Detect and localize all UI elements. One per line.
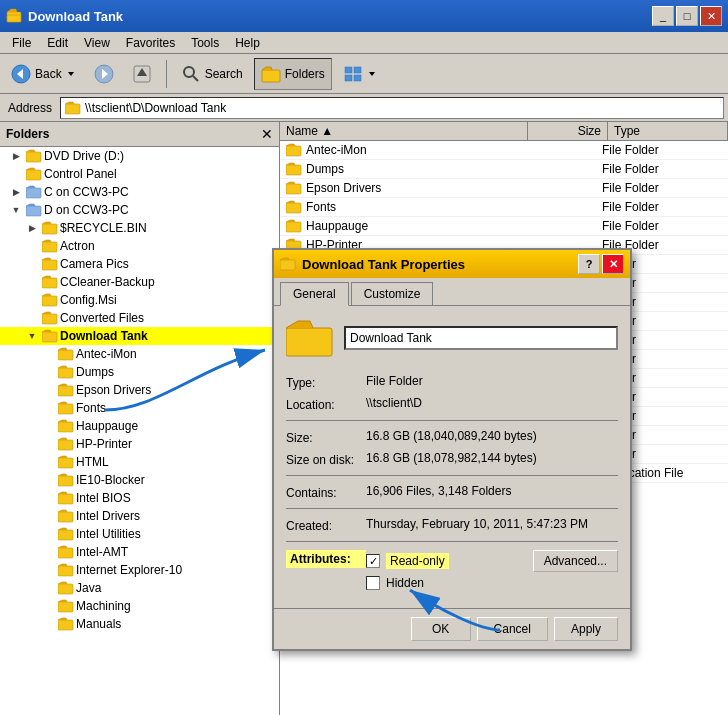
sidebar-item-hpprinter[interactable]: HP-Printer bbox=[0, 435, 279, 453]
menu-item-favorites[interactable]: Favorites bbox=[118, 34, 183, 52]
sidebar-item-camerapics[interactable]: Camera Pics bbox=[0, 255, 279, 273]
col-header-size[interactable]: Size bbox=[528, 122, 608, 140]
sidebar-label-fonts: Fonts bbox=[76, 401, 106, 415]
minimize-button[interactable]: _ bbox=[652, 6, 674, 26]
menu-item-tools[interactable]: Tools bbox=[183, 34, 227, 52]
svg-marker-4 bbox=[68, 72, 74, 76]
sidebar-label-intelutil: Intel Utilities bbox=[76, 527, 141, 541]
dialog-close-button[interactable]: ✕ bbox=[602, 254, 624, 274]
file-row-2[interactable]: Dumps File Folder bbox=[280, 160, 728, 179]
file-icon-2 bbox=[286, 161, 302, 177]
sidebar-item-actron[interactable]: Actron bbox=[0, 237, 279, 255]
svg-rect-1 bbox=[7, 15, 21, 22]
sidebar-item-dumps[interactable]: Dumps bbox=[0, 363, 279, 381]
folders-label: Folders bbox=[285, 67, 325, 81]
dialog-ok-button[interactable]: OK bbox=[411, 617, 471, 641]
sidebar-item-ie10-2[interactable]: Internet Explorer-10 bbox=[0, 561, 279, 579]
sidebar-item-downloadtank[interactable]: ▼ Download Tank bbox=[0, 327, 279, 345]
sidebar-item-antec[interactable]: Antec-iMon bbox=[0, 345, 279, 363]
folder-icon-actron bbox=[42, 238, 58, 254]
sidebar-item-manuals[interactable]: Manuals bbox=[0, 615, 279, 633]
dialog-apply-button[interactable]: Apply bbox=[554, 617, 618, 641]
back-button[interactable]: Back bbox=[4, 58, 83, 90]
file-type-1: File Folder bbox=[602, 143, 722, 157]
dialog-location-value: \\tsclient\D bbox=[366, 396, 618, 410]
menu-item-file[interactable]: File bbox=[4, 34, 39, 52]
sidebar-item-inteldrivers[interactable]: Intel Drivers bbox=[0, 507, 279, 525]
sidebar-item-convertedfiles[interactable]: Converted Files bbox=[0, 309, 279, 327]
dialog-body: Type: File Folder Location: \\tsclient\D… bbox=[274, 306, 630, 608]
dialog-tab-general[interactable]: General bbox=[280, 282, 349, 306]
file-row-1[interactable]: Antec-iMon File Folder bbox=[280, 141, 728, 160]
sidebar-label-hpprinter: HP-Printer bbox=[76, 437, 132, 451]
menu-item-edit[interactable]: Edit bbox=[39, 34, 76, 52]
sidebar-item-hauppauge[interactable]: Hauppauge bbox=[0, 417, 279, 435]
menu-item-help[interactable]: Help bbox=[227, 34, 268, 52]
dialog-type-row: Type: File Folder bbox=[286, 374, 618, 390]
expander-recycle[interactable]: ▶ bbox=[24, 220, 40, 236]
menu-item-view[interactable]: View bbox=[76, 34, 118, 52]
expander-dvd[interactable]: ▶ bbox=[8, 148, 24, 164]
dialog-tabs: General Customize bbox=[274, 278, 630, 306]
close-button[interactable]: ✕ bbox=[700, 6, 722, 26]
dialog-sizeondisk-label: Size on disk: bbox=[286, 451, 366, 467]
sidebar-item-machining[interactable]: Machining bbox=[0, 597, 279, 615]
file-icon-4 bbox=[286, 199, 302, 215]
dialog-help-button[interactable]: ? bbox=[578, 254, 600, 274]
file-row-3[interactable]: Epson Drivers File Folder bbox=[280, 179, 728, 198]
sidebar-item-intelutil[interactable]: Intel Utilities bbox=[0, 525, 279, 543]
file-name-1: Antec-iMon bbox=[306, 143, 522, 157]
dialog-attributes-label: Attributes: bbox=[286, 550, 366, 568]
sidebar-item-intelamt[interactable]: Intel-AMT bbox=[0, 543, 279, 561]
col-header-name[interactable]: Name ▲ bbox=[280, 122, 528, 140]
maximize-button[interactable]: □ bbox=[676, 6, 698, 26]
svg-rect-19 bbox=[26, 170, 41, 180]
expander-c[interactable]: ▶ bbox=[8, 184, 24, 200]
address-input[interactable]: \\tsclient\D\Download Tank bbox=[60, 97, 724, 119]
views-dropdown-icon[interactable] bbox=[367, 66, 377, 82]
dialog-advanced-button[interactable]: Advanced... bbox=[533, 550, 618, 572]
sidebar-item-intelbios[interactable]: Intel BIOS bbox=[0, 489, 279, 507]
file-row-5[interactable]: Hauppauge File Folder bbox=[280, 217, 728, 236]
svg-rect-28 bbox=[42, 332, 57, 342]
sidebar-close-button[interactable]: ✕ bbox=[261, 126, 273, 142]
dialog-size-value: 16.8 GB (18,040,089,240 bytes) bbox=[366, 429, 618, 443]
views-button[interactable] bbox=[336, 58, 384, 90]
sidebar-label-dvd: DVD Drive (D:) bbox=[44, 149, 124, 163]
dialog-readonly-checkbox[interactable] bbox=[366, 554, 380, 568]
sidebar-content[interactable]: ▶ DVD Drive (D:) Control Panel ▶ bbox=[0, 147, 279, 715]
address-path: \\tsclient\D\Download Tank bbox=[85, 101, 226, 115]
sidebar-item-epson[interactable]: Epson Drivers bbox=[0, 381, 279, 399]
sidebar-item-ie10[interactable]: IE10-Blocker bbox=[0, 471, 279, 489]
sidebar-item-d-drive[interactable]: ▼ D on CCW3-PC bbox=[0, 201, 279, 219]
expander-d[interactable]: ▼ bbox=[8, 202, 24, 218]
sidebar-item-ccleaner[interactable]: CCleaner-Backup bbox=[0, 273, 279, 291]
sidebar-item-c-drive[interactable]: ▶ C on CCW3-PC bbox=[0, 183, 279, 201]
sidebar-item-dvd[interactable]: ▶ DVD Drive (D:) bbox=[0, 147, 279, 165]
dialog-cancel-button[interactable]: Cancel bbox=[477, 617, 548, 641]
dialog-tab-customize[interactable]: Customize bbox=[351, 282, 434, 305]
dialog-name-input[interactable] bbox=[344, 326, 618, 350]
file-type-2: File Folder bbox=[602, 162, 722, 176]
up-button[interactable] bbox=[125, 58, 159, 90]
col-header-type[interactable]: Type bbox=[608, 122, 728, 140]
dialog-hidden-checkbox[interactable] bbox=[366, 576, 380, 590]
sidebar-item-java[interactable]: Java bbox=[0, 579, 279, 597]
expander-dt[interactable]: ▼ bbox=[24, 328, 40, 344]
sidebar-item-html[interactable]: HTML bbox=[0, 453, 279, 471]
folders-button[interactable]: Folders bbox=[254, 58, 332, 90]
back-dropdown-icon[interactable] bbox=[66, 66, 76, 82]
file-row-4[interactable]: Fonts File Folder bbox=[280, 198, 728, 217]
search-button[interactable]: Search bbox=[174, 58, 250, 90]
folder-icon-hauppauge bbox=[58, 418, 74, 434]
sidebar-item-controlpanel[interactable]: Control Panel bbox=[0, 165, 279, 183]
svg-rect-23 bbox=[42, 242, 57, 252]
svg-rect-40 bbox=[58, 548, 73, 558]
sidebar-item-configmsi[interactable]: Config.Msi bbox=[0, 291, 279, 309]
svg-point-9 bbox=[184, 67, 194, 77]
sidebar-item-fonts[interactable]: Fonts bbox=[0, 399, 279, 417]
sidebar-item-recycle[interactable]: ▶ $RECYCLE.BIN bbox=[0, 219, 279, 237]
sidebar-label-actron: Actron bbox=[60, 239, 95, 253]
forward-icon bbox=[94, 64, 114, 84]
forward-button[interactable] bbox=[87, 58, 121, 90]
